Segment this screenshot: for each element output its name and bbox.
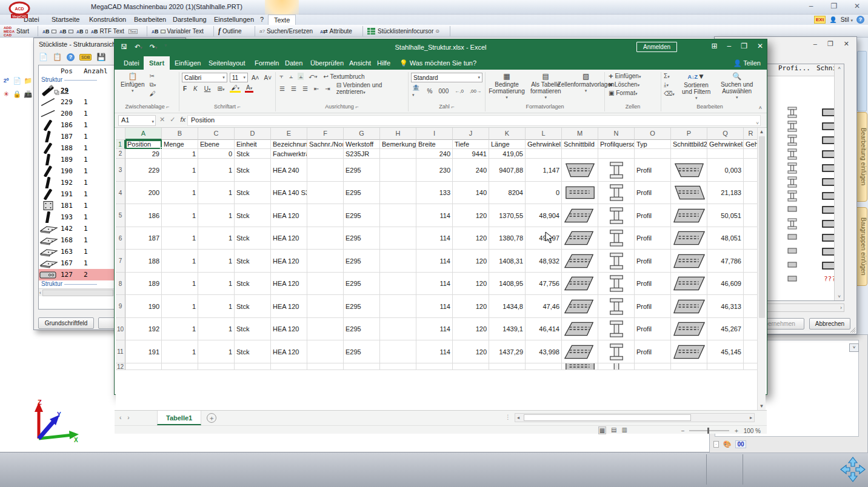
cell-D7[interactable]: Stck: [235, 250, 271, 273]
cell-L1[interactable]: Gehrwinkel1: [526, 140, 562, 149]
cell-G4[interactable]: E295: [344, 182, 380, 204]
structure-item-187[interactable]: 1871: [39, 131, 114, 142]
cell-J5[interactable]: 120: [453, 204, 489, 227]
cell-O3[interactable]: Profil: [635, 159, 671, 182]
column-header-P[interactable]: P: [671, 128, 707, 140]
merge-center-button[interactable]: ⊟ Verbinden und zentrieren▾: [335, 82, 406, 95]
cell-I12[interactable]: [416, 363, 453, 370]
row-header-5[interactable]: 5: [116, 204, 125, 227]
cell-C10[interactable]: 1: [198, 318, 235, 340]
cell-M12[interactable]: [562, 363, 598, 370]
palette-icon[interactable]: 🎨: [723, 440, 732, 448]
thousands-button[interactable]: 000: [438, 88, 450, 94]
cell-M3[interactable]: [562, 159, 598, 182]
cell-G10[interactable]: E295: [344, 318, 380, 340]
column-header-N[interactable]: N: [598, 128, 635, 140]
align-right-button[interactable]: ☰: [301, 85, 309, 92]
cell-K11[interactable]: 1437,29: [489, 340, 526, 363]
cell-N5[interactable]: [598, 204, 635, 227]
cell-M2[interactable]: [562, 149, 598, 159]
stil-dropdown[interactable]: Stil ▾: [841, 16, 853, 23]
panel-collapse-button[interactable]: ˅: [849, 343, 859, 352]
borders-button[interactable]: ⊞▾: [216, 85, 226, 92]
structure-item-200[interactable]: 2001: [39, 108, 114, 119]
cell-L8[interactable]: 47,756: [526, 273, 562, 295]
cell-H8[interactable]: [380, 273, 416, 295]
cell-H11[interactable]: [380, 340, 416, 363]
abbrechen-button[interactable]: Abbrechen: [809, 318, 850, 330]
cell-E11[interactable]: HEA 120: [271, 340, 307, 363]
cell-P4[interactable]: [671, 182, 707, 204]
cell-Q5[interactable]: 50,051: [707, 204, 744, 227]
ext-badge[interactable]: EXt: [814, 16, 826, 24]
attribute-button[interactable]: A⇄Attribute: [320, 25, 352, 38]
cell-C4[interactable]: 1: [198, 182, 235, 204]
dialog-minimize-button[interactable]: –: [813, 40, 817, 48]
cell-M10[interactable]: [562, 318, 598, 340]
cell-N9[interactable]: [598, 295, 635, 318]
cell-D10[interactable]: Stck: [235, 318, 271, 340]
cell-L12[interactable]: [526, 363, 562, 370]
menu-hilfe[interactable]: ?: [255, 15, 269, 25]
cell-C11[interactable]: 1: [198, 340, 235, 363]
column-header-M[interactable]: M: [562, 128, 598, 140]
delete-cells-button[interactable]: 🞮 Löschen▾: [607, 81, 641, 88]
structure-item-193[interactable]: 1931: [39, 211, 114, 223]
copy-icon-ribbon[interactable]: ⧉▾: [149, 81, 156, 88]
open-folder-icon[interactable]: 📁: [23, 76, 33, 85]
sdb-icon[interactable]: SDB: [79, 54, 92, 61]
conditional-formatting-button[interactable]: ▦ Bedingte Formatierung▾: [488, 73, 526, 100]
app-restore-button[interactable]: ❐: [828, 2, 840, 10]
shrink-font-button[interactable]: A˅: [262, 75, 273, 81]
cell-I2[interactable]: 240: [416, 149, 453, 159]
cell-A11[interactable]: 191: [125, 340, 162, 363]
structure-item-167[interactable]: 1671: [39, 257, 114, 269]
cell-J8[interactable]: 120: [453, 273, 489, 295]
cell-P6[interactable]: [671, 227, 707, 250]
cell-Q6[interactable]: 48,051: [707, 227, 744, 250]
clear-button[interactable]: ⌫▾: [664, 90, 675, 97]
cell-A6[interactable]: 187: [125, 227, 162, 250]
cell-A4[interactable]: 200: [125, 182, 162, 204]
font-color-button[interactable]: A▾: [245, 84, 253, 93]
number-format-combo[interactable]: Standard▾: [411, 73, 482, 82]
cell-G5[interactable]: E295: [344, 204, 380, 227]
cell-M8[interactable]: [562, 273, 598, 295]
cell-K9[interactable]: 1434,8: [489, 295, 526, 318]
menu-darstellung[interactable]: Darstellung: [167, 15, 212, 25]
cell-F10[interactable]: [307, 318, 344, 340]
align-center-button[interactable]: ☰: [290, 85, 298, 92]
cell-A5[interactable]: 186: [125, 204, 162, 227]
cell-L7[interactable]: 48,932: [526, 250, 562, 273]
column-header-A[interactable]: A: [125, 128, 162, 140]
cell-B4[interactable]: 1: [162, 182, 198, 204]
excel-minimize-button[interactable]: –: [727, 42, 731, 50]
suchen-ersetzen-button[interactable]: a?Suchen/Ersetzen: [259, 25, 313, 38]
format-cells-button[interactable]: ▣ Format▾: [607, 90, 638, 96]
user-icon[interactable]: 👤: [829, 16, 836, 23]
cell-F4[interactable]: [307, 182, 344, 204]
structure-item-229[interactable]: 2291: [39, 96, 114, 108]
menu-startseite[interactable]: Startseite: [46, 15, 85, 25]
cell-L5[interactable]: 48,904: [526, 204, 562, 227]
cell-R9[interactable]: [744, 295, 758, 318]
page-break-view-icon[interactable]: ▥: [622, 426, 627, 434]
menu-bearbeiten[interactable]: Bearbeiten: [129, 15, 172, 25]
cell-O5[interactable]: Profil: [635, 204, 671, 227]
cell-B2[interactable]: 1: [162, 149, 198, 159]
menu-texte-active[interactable]: Texte: [268, 15, 296, 25]
cell-J11[interactable]: 120: [453, 340, 489, 363]
cell-Q9[interactable]: 46,313: [707, 295, 744, 318]
text-box-icon[interactable]: AB: [42, 25, 56, 38]
cell-L9[interactable]: 47,46: [526, 295, 562, 318]
cell-A2[interactable]: 29: [125, 149, 162, 159]
worksheet-hscrollbar[interactable]: ◂ ▸: [515, 413, 755, 422]
cell-L3[interactable]: 1,147: [526, 159, 562, 182]
cell-M4[interactable]: [562, 182, 598, 204]
cell-O12[interactable]: [635, 363, 671, 370]
cell-O7[interactable]: Profil: [635, 250, 671, 273]
cell-E5[interactable]: HEA 120: [271, 204, 307, 227]
name-box[interactable]: A1▾: [118, 115, 156, 126]
cell-O2[interactable]: [635, 149, 671, 159]
cell-K4[interactable]: 8204: [489, 182, 526, 204]
